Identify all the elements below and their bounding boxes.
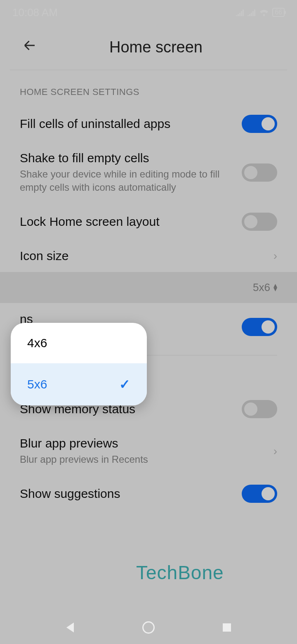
check-icon: ✓ — [119, 376, 130, 392]
square-recents-icon — [223, 623, 231, 632]
nav-home-button[interactable] — [140, 619, 157, 636]
option-label: 4x6 — [27, 336, 47, 350]
triangle-back-icon — [66, 623, 74, 632]
circle-home-icon — [142, 621, 155, 634]
modal-scrim[interactable] — [0, 0, 297, 644]
option-label: 5x6 — [27, 377, 47, 391]
system-navbar — [0, 611, 297, 644]
layout-popup: 4x6 5x6 ✓ — [11, 323, 147, 405]
nav-back-button[interactable] — [62, 619, 78, 636]
nav-recents-button[interactable] — [219, 619, 235, 636]
popup-option-4x6[interactable]: 4x6 — [11, 323, 147, 363]
popup-option-5x6[interactable]: 5x6 ✓ — [11, 363, 147, 405]
